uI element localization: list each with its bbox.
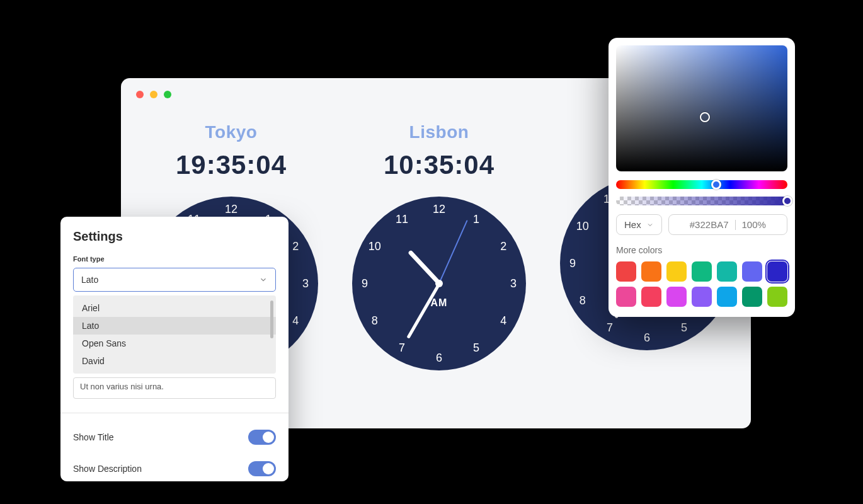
- toggle-label: Show Title: [73, 432, 114, 442]
- dropdown-scrollbar[interactable]: [270, 301, 273, 338]
- hue-thumb[interactable]: [711, 180, 721, 190]
- hex-input[interactable]: #322BA7 100%: [668, 214, 787, 235]
- clock-number: 7: [394, 341, 409, 355]
- font-option[interactable]: Lato: [73, 317, 276, 335]
- city-time: 10:35:04: [335, 150, 543, 180]
- analog-clock: 121234567891011AM: [352, 197, 526, 370]
- clock-number: 5: [469, 341, 484, 355]
- color-swatch[interactable]: [641, 261, 661, 282]
- alpha-value: 100%: [742, 219, 766, 230]
- color-swatch[interactable]: [742, 287, 762, 307]
- clock-number: 8: [575, 294, 590, 307]
- color-format-select[interactable]: Hex: [616, 214, 662, 235]
- clock-number: 2: [288, 240, 303, 253]
- color-swatch[interactable]: [641, 287, 661, 307]
- gradient-thumb[interactable]: [700, 112, 710, 122]
- color-swatch[interactable]: [666, 261, 687, 282]
- font-option[interactable]: David: [73, 352, 276, 370]
- clock-number: 3: [506, 277, 521, 290]
- clock-number: 4: [496, 314, 511, 328]
- settings-title: Settings: [73, 229, 276, 244]
- color-swatch[interactable]: [742, 261, 762, 282]
- clock-number: 11: [394, 212, 409, 226]
- color-gradient-area[interactable]: [616, 45, 787, 171]
- font-type-label: Font type: [73, 255, 276, 263]
- color-swatch[interactable]: [767, 287, 787, 307]
- second-hand: [438, 220, 468, 284]
- clock-number: 10: [367, 240, 382, 253]
- more-colors-label: More colors: [616, 245, 787, 255]
- alpha-thumb[interactable]: [782, 196, 792, 206]
- color-swatch[interactable]: [717, 287, 737, 307]
- toggle-knob: [263, 432, 274, 443]
- clock-pivot: [435, 280, 443, 287]
- clock-number: 9: [357, 277, 372, 290]
- color-swatch[interactable]: [767, 261, 787, 282]
- chevron-down-icon: [259, 275, 268, 284]
- clock-number: 12: [224, 203, 239, 216]
- window-traffic-lights: [136, 91, 171, 98]
- color-swatch[interactable]: [616, 261, 636, 282]
- clock-number: 12: [432, 203, 447, 216]
- city-name: Lisbon: [335, 122, 543, 142]
- color-swatch[interactable]: [616, 287, 636, 307]
- toggle-switch[interactable]: [248, 461, 276, 476]
- toggle-switch[interactable]: [248, 430, 276, 445]
- hue-slider[interactable]: [616, 180, 787, 189]
- color-swatch[interactable]: [692, 261, 712, 282]
- window-close-icon[interactable]: [136, 91, 144, 98]
- clock-number: 5: [677, 321, 692, 335]
- alpha-slider[interactable]: [616, 197, 787, 205]
- window-zoom-icon[interactable]: [164, 91, 171, 98]
- city-name: Tokyo: [127, 122, 335, 142]
- divider: [735, 220, 736, 230]
- toggle-label: Show Description: [73, 464, 142, 474]
- clock-number: 4: [288, 314, 303, 328]
- clock-ampm: AM: [431, 297, 448, 309]
- clock-number: 3: [298, 277, 313, 290]
- window-minimize-icon[interactable]: [150, 91, 157, 98]
- font-type-dropdown: ArielLatoOpen SansDavid: [73, 295, 276, 374]
- clock-number: 8: [367, 314, 382, 328]
- toggle-row: Show Description: [73, 456, 276, 488]
- font-type-select[interactable]: Lato: [73, 268, 276, 292]
- font-option[interactable]: Open Sans: [73, 335, 276, 352]
- toggle-row: Show Title: [73, 425, 276, 456]
- toggle-knob: [263, 463, 274, 474]
- font-option[interactable]: Ariel: [73, 299, 276, 317]
- color-swatch[interactable]: [692, 287, 712, 307]
- clock-number: 6: [432, 352, 447, 365]
- font-type-value: Lato: [81, 275, 98, 285]
- settings-panel: Settings Font type Lato ArielLatoOpen Sa…: [60, 217, 289, 481]
- city-time: 19:35:04: [127, 150, 335, 180]
- color-format-value: Hex: [624, 219, 641, 230]
- chevron-down-icon: [646, 221, 654, 229]
- clock-number: 9: [565, 257, 580, 270]
- hour-hand: [408, 249, 441, 285]
- color-swatch[interactable]: [666, 287, 687, 307]
- clock-number: 6: [639, 331, 654, 345]
- color-picker: Hex #322BA7 100% More colors: [609, 38, 795, 317]
- clock-number: 1: [469, 212, 484, 226]
- color-swatch[interactable]: [717, 261, 737, 282]
- description-textarea[interactable]: [73, 377, 276, 399]
- clock-number: 2: [496, 240, 511, 253]
- clock-number: 10: [575, 220, 590, 233]
- city-column: Lisbon10:35:04121234567891011AM: [335, 122, 543, 370]
- minute-hand: [406, 283, 440, 339]
- divider: [60, 413, 289, 413]
- clock-number: 7: [602, 321, 617, 335]
- hex-value: #322BA7: [690, 219, 729, 230]
